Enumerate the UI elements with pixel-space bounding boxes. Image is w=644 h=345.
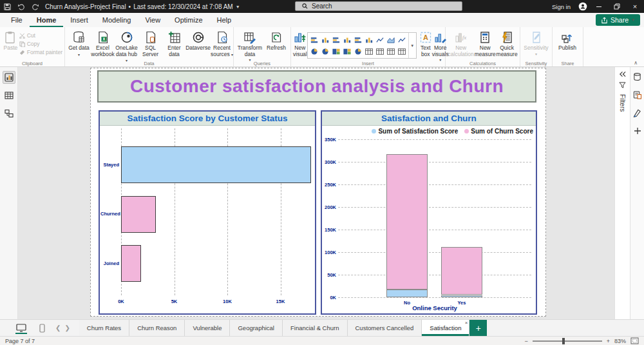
new-visual-button[interactable]: New visual [293,29,307,57]
account-avatar[interactable] [576,0,590,13]
tab-modeling[interactable]: Modeling [95,13,138,27]
bar-chart-visual[interactable]: Satisfaction Score by Customer Status 0K… [99,110,316,315]
legend-item-satisfaction[interactable]: Sum of Satisfaction Score [372,128,458,135]
cut-button[interactable]: Cut [19,32,62,39]
save-icon[interactable] [0,0,14,13]
data-pane-icon[interactable] [632,71,643,83]
close-button[interactable]: × [626,0,644,13]
text-box-button[interactable]: A Text box [419,29,432,57]
bar-stayed[interactable] [121,146,311,183]
matrix-icon[interactable] [397,46,407,57]
expand-pane-icon[interactable] [619,71,626,77]
scroll-tabs-right-icon[interactable]: ❯ [64,324,70,331]
scroll-tabs-left-icon[interactable]: ❮ [55,324,61,331]
mobile-layout-button[interactable] [35,320,49,336]
copy-button[interactable]: Copy [19,41,62,47]
publish-button[interactable]: Publish [554,29,580,52]
refresh-button[interactable]: Refresh [264,29,289,52]
column-yes-churn[interactable] [441,247,482,295]
get-data-button[interactable]: Get data ▾ [67,29,91,64]
build-visual-pane-icon[interactable] [632,89,643,101]
share-button[interactable]: Share▼ [596,14,640,26]
format-pane-icon[interactable] [632,107,643,119]
saved-status-caret-icon[interactable]: ▼ [236,5,240,9]
zoom-slider[interactable] [533,338,602,344]
tab-help[interactable]: Help [210,13,239,27]
new-calculation-button[interactable]: fx New calculation [448,29,474,57]
combo-chart-icon[interactable] [397,34,407,45]
desktop-layout-button[interactable] [14,320,28,336]
stacked-bar-chart-icon[interactable] [309,34,319,45]
page-tab-financial-churn[interactable]: Financial & Churn [283,320,348,336]
redo-icon[interactable] [28,0,43,13]
column-chart-visual[interactable]: Satisfaction and Churn Sum of Satisfacti… [321,110,537,315]
zoom-out-icon[interactable]: − [524,338,527,344]
bar-chart-plot[interactable]: 0K5K10K15KStayedChurnedJoined [100,126,315,313]
sign-in-button[interactable]: Sign in [552,3,571,10]
bar-joined[interactable] [121,245,141,282]
model-view-button[interactable] [3,107,15,120]
page-tab-churn-rates[interactable]: Churn Rates [79,320,129,336]
add-pane-icon[interactable] [632,125,643,137]
filters-pane-title[interactable]: Filters [619,94,626,112]
column-no-satisfaction[interactable] [386,290,428,297]
stacked-column-chart-icon[interactable] [320,34,330,45]
table-icon[interactable] [386,46,396,57]
donut-chart-icon[interactable] [320,46,330,57]
column-yes-satisfaction[interactable] [441,295,482,298]
excel-workbook-button[interactable]: XExcel workbook [91,29,115,64]
card-icon[interactable] [364,46,374,57]
clustered-column-chart-icon[interactable] [342,34,352,45]
tab-optimize[interactable]: Optimize [167,13,209,27]
report-title-textbox[interactable]: Customer satisfaction analysis and Churn [97,70,536,103]
minimize-button[interactable] [590,0,608,13]
add-page-button[interactable]: + [469,320,487,336]
100-stacked-bar-chart-icon[interactable] [353,34,363,45]
line-chart-icon[interactable] [375,34,385,45]
search-input[interactable]: Search [295,1,462,11]
gallery-more-icon[interactable]: ▼ [408,33,416,58]
report-page[interactable]: Customer satisfaction analysis and Churn… [90,68,546,317]
area-chart-icon[interactable] [386,34,396,45]
page-tab-customers-cancelled[interactable]: Customers Cancelled [348,320,422,336]
table-view-button[interactable] [3,89,15,102]
new-measure-button[interactable]: New measure [474,29,496,57]
fit-to-page-icon[interactable] [630,337,639,344]
recent-sources-button[interactable]: Recent sources ▾ [210,29,234,64]
sensitivity-button[interactable]: Sensitivity▾ [522,29,550,56]
transform-data-button[interactable]: Transform data▾ [236,29,264,62]
slicer-icon[interactable] [375,46,385,57]
page-tab-churn-reason[interactable]: Churn Reason [129,320,185,336]
close-page-icon[interactable]: × [465,320,468,326]
clustered-bar-chart-icon[interactable] [331,34,341,45]
tab-view[interactable]: View [138,13,167,27]
quick-measure-button[interactable]: Quick measure [496,29,518,57]
tab-file[interactable]: File [4,13,30,27]
filter-icon[interactable] [619,82,626,88]
pie-chart-icon[interactable] [309,46,319,57]
page-tab-satisfaction[interactable]: Satisfaction× [422,320,469,336]
sql-server-button[interactable]: SQL Server [138,29,162,64]
restore-button[interactable] [608,0,626,13]
dataverse-button[interactable]: Dataverse [186,29,210,64]
gauge-icon[interactable] [353,46,363,57]
report-view-button[interactable] [3,71,15,84]
zoom-slider-thumb[interactable] [562,338,565,344]
zoom-in-icon[interactable]: + [607,338,610,344]
tab-insert[interactable]: Insert [63,13,95,27]
treemap-icon[interactable] [331,46,341,57]
map-icon[interactable] [342,46,352,57]
collapse-ribbon-icon[interactable]: ∧ [634,60,638,66]
onelake-data-hub-button[interactable]: OneLake data hub ▾ [115,29,138,64]
bar-churned[interactable] [121,196,156,233]
column-chart-plot[interactable]: Sum of Satisfaction Score Sum of Churn S… [322,126,536,313]
column-no-churn[interactable] [386,154,428,290]
legend-item-churn[interactable]: Sum of Churn Score [464,128,533,135]
tab-home[interactable]: Home [30,13,64,27]
enter-data-button[interactable]: Enter data [162,29,186,64]
format-painter-button[interactable]: Format painter [19,49,62,55]
page-tab-geographical[interactable]: Geographical [230,320,283,336]
undo-icon[interactable] [14,0,28,13]
100-stacked-column-chart-icon[interactable] [364,34,374,45]
page-tab-vulnerable[interactable]: Vulnerable [185,320,230,336]
